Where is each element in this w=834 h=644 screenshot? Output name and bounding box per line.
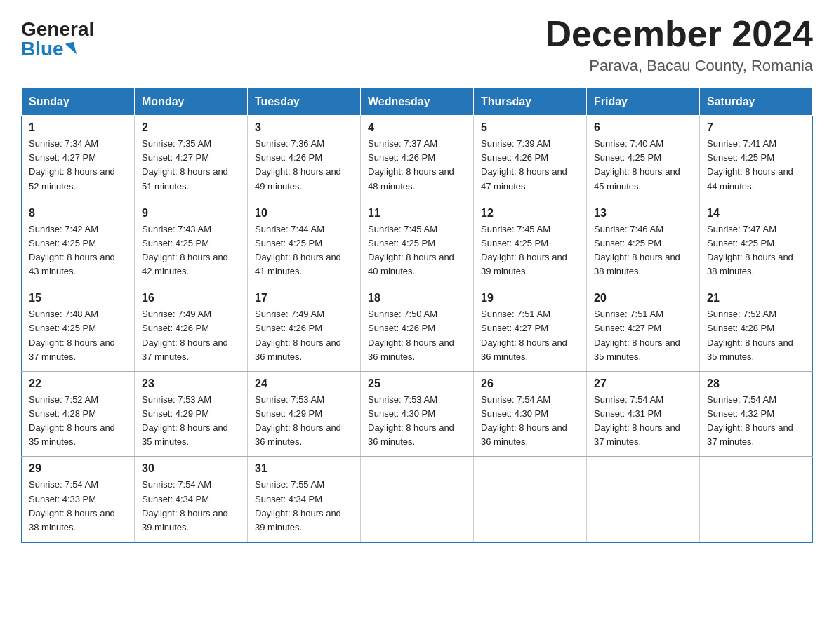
day-info: Sunrise: 7:42 AMSunset: 4:25 PMDaylight:… bbox=[29, 224, 115, 276]
calendar-cell: 21 Sunrise: 7:52 AMSunset: 4:28 PMDaylig… bbox=[700, 286, 813, 372]
header-saturday: Saturday bbox=[700, 88, 813, 116]
day-number: 10 bbox=[255, 207, 353, 220]
day-number: 29 bbox=[29, 462, 127, 475]
day-info: Sunrise: 7:34 AMSunset: 4:27 PMDaylight:… bbox=[29, 138, 115, 191]
day-number: 28 bbox=[707, 377, 805, 390]
calendar-cell: 16 Sunrise: 7:49 AMSunset: 4:26 PMDaylig… bbox=[135, 286, 248, 372]
day-number: 13 bbox=[594, 207, 692, 220]
day-info: Sunrise: 7:36 AMSunset: 4:26 PMDaylight:… bbox=[255, 138, 341, 191]
calendar-week-row: 15 Sunrise: 7:48 AMSunset: 4:25 PMDaylig… bbox=[22, 286, 813, 372]
calendar-cell: 6 Sunrise: 7:40 AMSunset: 4:25 PMDayligh… bbox=[587, 116, 700, 201]
logo-general-text: General bbox=[21, 20, 94, 39]
header-tuesday: Tuesday bbox=[248, 88, 361, 116]
day-info: Sunrise: 7:50 AMSunset: 4:26 PMDaylight:… bbox=[368, 309, 454, 361]
day-info: Sunrise: 7:49 AMSunset: 4:26 PMDaylight:… bbox=[255, 309, 341, 361]
calendar-cell: 15 Sunrise: 7:48 AMSunset: 4:25 PMDaylig… bbox=[22, 286, 135, 372]
calendar-cell: 29 Sunrise: 7:54 AMSunset: 4:33 PMDaylig… bbox=[22, 457, 135, 542]
day-number: 20 bbox=[594, 292, 692, 304]
day-info: Sunrise: 7:52 AMSunset: 4:28 PMDaylight:… bbox=[29, 394, 115, 447]
day-info: Sunrise: 7:54 AMSunset: 4:31 PMDaylight:… bbox=[594, 394, 680, 447]
day-info: Sunrise: 7:44 AMSunset: 4:25 PMDaylight:… bbox=[255, 224, 341, 276]
day-number: 6 bbox=[594, 121, 692, 134]
calendar-cell: 27 Sunrise: 7:54 AMSunset: 4:31 PMDaylig… bbox=[587, 371, 700, 457]
header-friday: Friday bbox=[587, 88, 700, 116]
calendar-cell: 11 Sunrise: 7:45 AMSunset: 4:25 PMDaylig… bbox=[361, 201, 474, 286]
day-number: 9 bbox=[142, 207, 240, 220]
month-year-title: December 2024 bbox=[545, 14, 813, 54]
day-number: 22 bbox=[29, 377, 127, 390]
header-thursday: Thursday bbox=[474, 88, 587, 116]
day-info: Sunrise: 7:45 AMSunset: 4:25 PMDaylight:… bbox=[368, 224, 454, 276]
header-wednesday: Wednesday bbox=[361, 88, 474, 116]
title-block: December 2024 Parava, Bacau County, Roma… bbox=[545, 14, 813, 75]
page-header: General Blue December 2024 Parava, Bacau… bbox=[21, 14, 813, 75]
calendar-cell: 30 Sunrise: 7:54 AMSunset: 4:34 PMDaylig… bbox=[135, 457, 248, 542]
day-number: 3 bbox=[255, 121, 353, 134]
calendar-header-row: SundayMondayTuesdayWednesdayThursdayFrid… bbox=[22, 88, 813, 116]
day-number: 30 bbox=[142, 462, 240, 475]
day-number: 26 bbox=[481, 377, 579, 390]
calendar-week-row: 8 Sunrise: 7:42 AMSunset: 4:25 PMDayligh… bbox=[22, 201, 813, 286]
calendar-cell: 5 Sunrise: 7:39 AMSunset: 4:26 PMDayligh… bbox=[474, 116, 587, 201]
day-info: Sunrise: 7:48 AMSunset: 4:25 PMDaylight:… bbox=[29, 309, 115, 361]
calendar-week-row: 29 Sunrise: 7:54 AMSunset: 4:33 PMDaylig… bbox=[22, 457, 813, 542]
day-info: Sunrise: 7:54 AMSunset: 4:34 PMDaylight:… bbox=[142, 479, 228, 532]
logo: General Blue bbox=[21, 14, 94, 59]
calendar-cell bbox=[700, 457, 813, 542]
calendar-cell: 28 Sunrise: 7:54 AMSunset: 4:32 PMDaylig… bbox=[700, 371, 813, 457]
calendar-cell: 13 Sunrise: 7:46 AMSunset: 4:25 PMDaylig… bbox=[587, 201, 700, 286]
day-number: 24 bbox=[255, 377, 353, 390]
calendar-cell: 12 Sunrise: 7:45 AMSunset: 4:25 PMDaylig… bbox=[474, 201, 587, 286]
calendar-cell: 1 Sunrise: 7:34 AMSunset: 4:27 PMDayligh… bbox=[22, 116, 135, 201]
day-number: 1 bbox=[29, 121, 127, 134]
calendar-cell: 24 Sunrise: 7:53 AMSunset: 4:29 PMDaylig… bbox=[248, 371, 361, 457]
calendar-cell: 2 Sunrise: 7:35 AMSunset: 4:27 PMDayligh… bbox=[135, 116, 248, 201]
day-number: 15 bbox=[29, 292, 127, 304]
day-info: Sunrise: 7:51 AMSunset: 4:27 PMDaylight:… bbox=[481, 309, 567, 361]
day-number: 4 bbox=[368, 121, 466, 134]
header-sunday: Sunday bbox=[22, 88, 135, 116]
day-number: 27 bbox=[594, 377, 692, 390]
calendar-cell: 9 Sunrise: 7:43 AMSunset: 4:25 PMDayligh… bbox=[135, 201, 248, 286]
day-info: Sunrise: 7:43 AMSunset: 4:25 PMDaylight:… bbox=[142, 224, 228, 276]
logo-triangle-icon bbox=[65, 42, 77, 56]
day-number: 7 bbox=[707, 121, 805, 134]
day-info: Sunrise: 7:47 AMSunset: 4:25 PMDaylight:… bbox=[707, 224, 793, 276]
calendar-cell: 26 Sunrise: 7:54 AMSunset: 4:30 PMDaylig… bbox=[474, 371, 587, 457]
day-info: Sunrise: 7:37 AMSunset: 4:26 PMDaylight:… bbox=[368, 138, 454, 191]
day-number: 19 bbox=[481, 292, 579, 304]
header-monday: Monday bbox=[135, 88, 248, 116]
day-info: Sunrise: 7:53 AMSunset: 4:29 PMDaylight:… bbox=[142, 394, 228, 447]
day-number: 21 bbox=[707, 292, 805, 304]
calendar-cell: 19 Sunrise: 7:51 AMSunset: 4:27 PMDaylig… bbox=[474, 286, 587, 372]
calendar-table: SundayMondayTuesdayWednesdayThursdayFrid… bbox=[21, 88, 813, 543]
calendar-cell: 3 Sunrise: 7:36 AMSunset: 4:26 PMDayligh… bbox=[248, 116, 361, 201]
day-info: Sunrise: 7:46 AMSunset: 4:25 PMDaylight:… bbox=[594, 224, 680, 276]
day-info: Sunrise: 7:53 AMSunset: 4:30 PMDaylight:… bbox=[368, 394, 454, 447]
calendar-cell: 14 Sunrise: 7:47 AMSunset: 4:25 PMDaylig… bbox=[700, 201, 813, 286]
calendar-cell: 31 Sunrise: 7:55 AMSunset: 4:34 PMDaylig… bbox=[248, 457, 361, 542]
calendar-week-row: 1 Sunrise: 7:34 AMSunset: 4:27 PMDayligh… bbox=[22, 116, 813, 201]
day-number: 31 bbox=[255, 462, 353, 475]
day-info: Sunrise: 7:51 AMSunset: 4:27 PMDaylight:… bbox=[594, 309, 680, 361]
location-subtitle: Parava, Bacau County, Romania bbox=[545, 57, 813, 75]
day-info: Sunrise: 7:54 AMSunset: 4:33 PMDaylight:… bbox=[29, 479, 115, 532]
day-number: 25 bbox=[368, 377, 466, 390]
day-number: 18 bbox=[368, 292, 466, 304]
day-info: Sunrise: 7:41 AMSunset: 4:25 PMDaylight:… bbox=[707, 138, 793, 191]
calendar-cell bbox=[587, 457, 700, 542]
calendar-cell: 4 Sunrise: 7:37 AMSunset: 4:26 PMDayligh… bbox=[361, 116, 474, 201]
day-number: 16 bbox=[142, 292, 240, 304]
day-number: 23 bbox=[142, 377, 240, 390]
calendar-cell: 20 Sunrise: 7:51 AMSunset: 4:27 PMDaylig… bbox=[587, 286, 700, 372]
calendar-cell: 23 Sunrise: 7:53 AMSunset: 4:29 PMDaylig… bbox=[135, 371, 248, 457]
calendar-cell bbox=[361, 457, 474, 542]
day-info: Sunrise: 7:49 AMSunset: 4:26 PMDaylight:… bbox=[142, 309, 228, 361]
day-number: 17 bbox=[255, 292, 353, 304]
day-number: 5 bbox=[481, 121, 579, 134]
calendar-cell: 22 Sunrise: 7:52 AMSunset: 4:28 PMDaylig… bbox=[22, 371, 135, 457]
calendar-cell: 17 Sunrise: 7:49 AMSunset: 4:26 PMDaylig… bbox=[248, 286, 361, 372]
day-number: 11 bbox=[368, 207, 466, 220]
calendar-cell: 7 Sunrise: 7:41 AMSunset: 4:25 PMDayligh… bbox=[700, 116, 813, 201]
calendar-cell: 8 Sunrise: 7:42 AMSunset: 4:25 PMDayligh… bbox=[22, 201, 135, 286]
